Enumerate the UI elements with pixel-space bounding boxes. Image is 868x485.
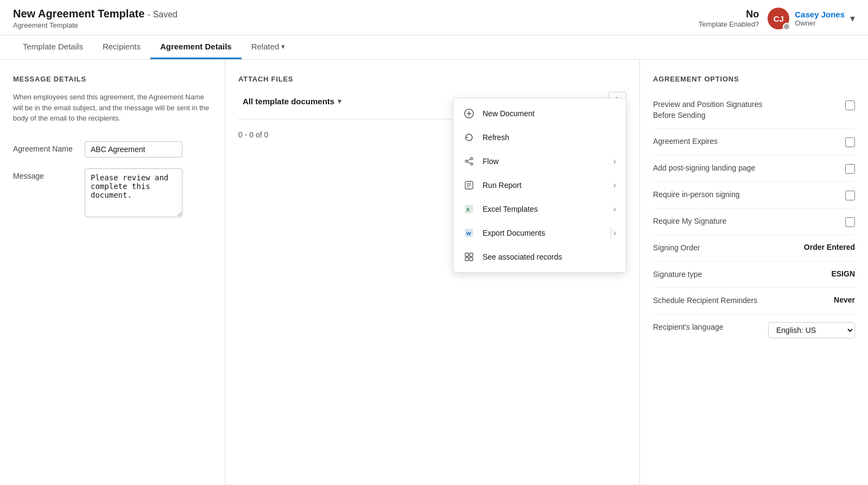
main-content: MESSAGE DETAILS When employees send this… <box>0 60 868 485</box>
svg-rect-17 <box>470 253 473 256</box>
excel-templates-icon: X <box>463 203 475 215</box>
agreement-options-title: AGREEMENT OPTIONS <box>653 75 855 83</box>
agreement-options-panel: AGREEMENT OPTIONS Preview and Position S… <box>640 60 868 485</box>
export-documents-label: Export Documents <box>483 229 603 237</box>
user-role: Owner <box>795 19 845 27</box>
signing-order-value: Order Entered <box>804 243 855 251</box>
menu-item-refresh[interactable]: Refresh <box>453 125 626 149</box>
svg-text:X: X <box>466 207 470 212</box>
tab-recipients[interactable]: Recipients <box>93 35 150 59</box>
see-associated-records-label: See associated records <box>483 253 616 261</box>
in-person-signing-checkbox[interactable] <box>845 191 855 200</box>
option-row-recipient-language: Recipient's language English: US English… <box>653 314 855 346</box>
page-title: New Agreement Template - Saved <box>13 8 178 20</box>
agreement-name-input[interactable] <box>85 141 182 158</box>
agreement-name-row: Agreement Name <box>13 141 212 158</box>
message-textarea[interactable]: Please review and complete this document… <box>85 168 182 217</box>
flow-icon <box>463 155 475 167</box>
user-dropdown-arrow[interactable]: ▾ <box>850 12 855 24</box>
option-row-in-person: Require in-person signing <box>653 182 855 209</box>
require-my-signature-checkbox[interactable] <box>845 217 855 227</box>
option-row-post-signing: Add post-signing landing page <box>653 155 855 182</box>
header-left: New Agreement Template - Saved Agreement… <box>13 8 178 29</box>
message-row: Message Please review and complete this … <box>13 168 212 217</box>
page-header: New Agreement Template - Saved Agreement… <box>0 0 868 35</box>
tab-template-details[interactable]: Template Details <box>13 35 93 59</box>
option-row-my-signature: Require My Signature <box>653 209 855 235</box>
svg-point-3 <box>465 160 467 162</box>
new-document-label: New Document <box>483 109 616 118</box>
context-menu: New Document Refresh <box>453 98 626 273</box>
template-docs-label: All template documents <box>243 97 334 106</box>
header-right: No Template Enabled? CJ Casey Jones Owne… <box>699 8 855 29</box>
menu-item-run-report[interactable]: Run Report › <box>453 173 626 197</box>
preview-position-label: Preview and Position Signatures Before S… <box>653 99 783 121</box>
option-row-signature-type: Signature type ESIGN <box>653 262 855 288</box>
export-divider <box>611 227 611 239</box>
see-associated-records-icon <box>463 251 475 263</box>
message-details-title: MESSAGE DETAILS <box>13 75 212 83</box>
agreement-name-label: Agreement Name <box>13 141 78 153</box>
recipient-language-select[interactable]: English: US English: UK French German Sp… <box>768 322 855 338</box>
option-row-schedule-reminders: Schedule Recipient Reminders Never <box>653 288 855 314</box>
signature-type-value: ESIGN <box>831 269 855 278</box>
svg-text:W: W <box>466 231 471 236</box>
title-text: New Agreement Template <box>13 8 144 20</box>
attach-files-panel: ATTACH FILES All template documents ▾ ⋮ … <box>225 60 640 485</box>
export-documents-arrow-icon: › <box>613 228 616 238</box>
in-person-signing-label: Require in-person signing <box>653 190 740 200</box>
avatar-badge-inner <box>784 24 789 29</box>
run-report-label: Run Report <box>483 181 606 190</box>
menu-item-excel-templates[interactable]: X Excel Templates › <box>453 197 626 221</box>
svg-point-4 <box>471 158 473 160</box>
svg-line-6 <box>467 159 471 161</box>
tab-agreement-details[interactable]: Agreement Details <box>150 35 242 59</box>
schedule-reminders-value: Never <box>834 295 855 304</box>
preview-position-checkbox[interactable] <box>845 100 855 110</box>
agreement-expires-checkbox[interactable] <box>845 137 855 147</box>
attach-files-title: ATTACH FILES <box>238 75 626 83</box>
menu-item-flow[interactable]: Flow › <box>453 149 626 173</box>
template-enabled-value: No <box>746 9 759 20</box>
menu-item-export-documents[interactable]: W Export Documents › <box>453 221 626 245</box>
svg-line-7 <box>467 162 471 164</box>
option-row-signing-order: Signing Order Order Entered <box>653 235 855 262</box>
excel-templates-arrow-icon: › <box>613 204 616 214</box>
option-row-preview: Preview and Position Signatures Before S… <box>653 92 855 129</box>
export-documents-icon: W <box>463 227 475 239</box>
svg-rect-16 <box>465 253 468 256</box>
message-details-description: When employees send this agreement, the … <box>13 92 212 124</box>
header-subtitle: Agreement Template <box>13 21 178 29</box>
require-my-signature-label: Require My Signature <box>653 216 726 227</box>
new-document-icon <box>463 108 475 119</box>
flow-arrow-icon: › <box>613 156 616 166</box>
tab-bar: Template Details Recipients Agreement De… <box>0 35 868 60</box>
svg-point-5 <box>471 163 473 165</box>
saved-label: - Saved <box>148 10 178 19</box>
related-chevron-icon: ▾ <box>281 42 285 51</box>
run-report-arrow-icon: › <box>613 180 616 190</box>
agreement-expires-label: Agreement Expires <box>653 136 718 147</box>
signature-type-label: Signature type <box>653 269 702 280</box>
tab-related[interactable]: Related ▾ <box>242 35 295 59</box>
template-enabled-block: No Template Enabled? <box>699 9 759 28</box>
user-name[interactable]: Casey Jones <box>795 10 845 19</box>
run-report-icon <box>463 179 475 191</box>
avatar-initials: CJ <box>774 14 784 23</box>
svg-rect-19 <box>470 257 473 261</box>
menu-item-new-document[interactable]: New Document <box>453 102 626 125</box>
recipient-language-label: Recipient's language <box>653 322 724 333</box>
menu-item-see-associated-records[interactable]: See associated records <box>453 245 626 269</box>
template-enabled-label: Template Enabled? <box>699 20 759 28</box>
svg-rect-18 <box>465 257 468 261</box>
flow-label: Flow <box>483 157 606 166</box>
template-docs-chevron-icon: ▾ <box>338 97 341 105</box>
message-label: Message <box>13 168 78 180</box>
user-info: CJ Casey Jones Owner ▾ <box>768 8 855 29</box>
schedule-reminders-label: Schedule Recipient Reminders <box>653 295 757 306</box>
avatar: CJ <box>768 8 789 29</box>
post-signing-checkbox[interactable] <box>845 164 855 174</box>
avatar-badge <box>783 23 790 30</box>
excel-templates-label: Excel Templates <box>483 205 606 213</box>
template-docs-button[interactable]: All template documents ▾ <box>238 95 346 108</box>
